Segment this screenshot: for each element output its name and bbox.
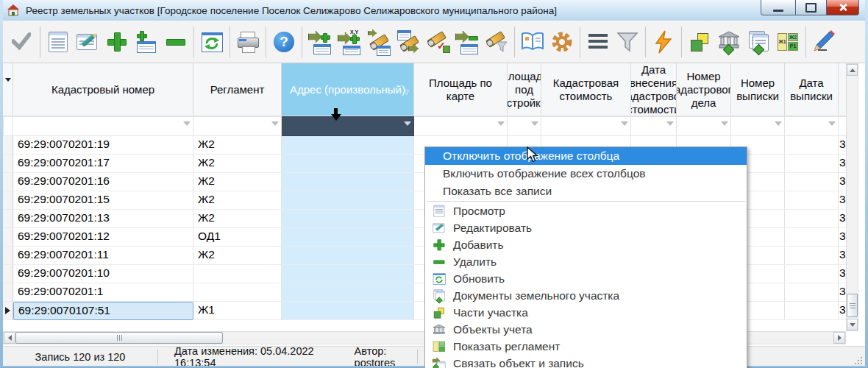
dropdown-icon[interactable] — [531, 121, 538, 126]
column-header-extract-num[interactable]: Номер выписки — [731, 63, 785, 116]
add-record-button[interactable] — [102, 25, 132, 59]
cell-reglament[interactable]: Ж2 — [193, 136, 282, 155]
menu-item-add[interactable]: Добавить — [425, 236, 747, 253]
add-object-button[interactable] — [305, 25, 335, 59]
scroll-down-button[interactable] — [847, 319, 858, 330]
resize-grip[interactable] — [853, 355, 862, 364]
cell-address[interactable] — [282, 283, 414, 302]
cell[interactable] — [785, 173, 839, 191]
column-header-kad-cost[interactable]: Кадастровая стоимость — [541, 63, 631, 116]
cell-kadastr[interactable]: 69:29:0070201:11 — [13, 247, 193, 265]
cell-reglament[interactable]: ОД1 — [193, 228, 282, 247]
cell-clipped[interactable]: 3 — [839, 265, 846, 283]
cell-reglament[interactable]: Ж2 — [193, 210, 282, 228]
cell[interactable] — [785, 210, 839, 228]
filter-kadastr[interactable] — [13, 116, 193, 136]
menu-item-view[interactable]: Просмотр — [425, 202, 747, 219]
cell[interactable] — [785, 265, 839, 283]
horizontal-scroll-thumb[interactable] — [15, 332, 223, 344]
cell-clipped[interactable]: 3 — [839, 173, 846, 191]
column-header-kadastr[interactable]: Кадастровый номер — [13, 63, 193, 116]
cell-address[interactable] — [282, 247, 414, 265]
minimize-button[interactable] — [761, 0, 796, 15]
dropdown-icon[interactable] — [497, 121, 505, 126]
cell-address[interactable] — [282, 265, 414, 283]
cell[interactable] — [785, 302, 839, 320]
account-objects-button[interactable] — [714, 25, 744, 59]
menu-item-account-objects[interactable]: Объекты учета — [425, 321, 747, 338]
cell-reglament[interactable]: Ж2 — [193, 155, 282, 173]
menu-item-show-all-columns[interactable]: Включить отображение всех столбцов — [425, 165, 747, 183]
column-header-reglament[interactable]: Регламент — [193, 63, 282, 116]
dropdown-icon[interactable] — [271, 121, 279, 126]
cell-kadastr[interactable]: 69:29:0070107:51 — [13, 302, 193, 320]
cell-address[interactable] — [282, 191, 414, 210]
column-header-address[interactable]: Адрес (произвольный) ▽ — [282, 63, 414, 116]
menu-item-parcel-parts[interactable]: Части участка — [425, 304, 747, 321]
cell-reglament[interactable]: Ж2 — [193, 247, 282, 265]
dropdown-icon[interactable] — [775, 121, 782, 126]
dropdown-icon[interactable] — [721, 121, 728, 126]
filter-kad-case[interactable] — [677, 116, 731, 136]
cell-reglament[interactable]: Ж2 — [193, 191, 282, 210]
cell-kadastr[interactable]: 69:29:0070201:10 — [13, 265, 193, 283]
cell-clipped[interactable]: 3 — [839, 210, 846, 228]
cell-address[interactable] — [282, 210, 414, 228]
settings-button[interactable] — [547, 25, 577, 59]
cell-address[interactable] — [282, 173, 414, 191]
apply-button[interactable] — [7, 25, 37, 59]
menu-item-link-object[interactable]: Связать объект и запись — [425, 355, 747, 368]
actions-button[interactable] — [649, 25, 678, 59]
close-button[interactable] — [827, 0, 859, 15]
edit-record-button[interactable] — [73, 25, 102, 59]
cell-address[interactable] — [282, 302, 414, 320]
cell-clipped[interactable]: 3 — [839, 136, 846, 155]
cell[interactable] — [785, 228, 839, 247]
scroll-right-button[interactable] — [833, 332, 845, 344]
cell-kadastr[interactable]: 69:29:0070201:12 — [13, 228, 193, 247]
cell-kadastr[interactable]: 69:29:0070201:17 — [13, 155, 193, 173]
reglament-button[interactable]: Ж1 Ж2 Р1 — [773, 25, 803, 59]
cell[interactable] — [785, 283, 839, 302]
cell-clipped[interactable]: 3 — [839, 191, 846, 210]
vertical-scroll-thumb[interactable] — [847, 294, 858, 317]
cell-clipped[interactable]: 3 — [839, 283, 846, 302]
cell-reglament[interactable] — [193, 283, 282, 302]
column-header-kad-case[interactable]: Номер кадастрового дела — [677, 63, 731, 116]
cell[interactable] — [785, 191, 839, 210]
cell-kadastr[interactable]: 69:29:0070201:13 — [13, 210, 193, 228]
dropdown-icon[interactable] — [621, 121, 628, 126]
column-header-area-map[interactable]: Площадь по карте — [414, 63, 508, 116]
cell[interactable] — [785, 155, 839, 173]
column-list-button[interactable] — [583, 25, 613, 59]
cell-kadastr[interactable]: 69:29:0070201:16 — [13, 173, 193, 191]
cell[interactable] — [785, 247, 839, 265]
cell-address[interactable] — [282, 228, 414, 247]
cell-kadastr[interactable]: 69:29:0070201:15 — [13, 191, 193, 210]
filter-reglament[interactable] — [193, 116, 282, 136]
menu-item-delete[interactable]: Удалить — [425, 253, 747, 270]
cell-reglament[interactable] — [193, 265, 282, 283]
cell-clipped[interactable]: 3 — [839, 302, 846, 320]
cell-address[interactable] — [282, 155, 414, 173]
add-object-xy-button[interactable]: X,Y — [335, 25, 364, 59]
menu-item-refresh[interactable]: Обновить — [425, 270, 747, 287]
cell-clipped[interactable]: 3 — [839, 228, 846, 247]
dropdown-icon[interactable] — [404, 121, 411, 126]
menu-item-show-reglament[interactable]: Показать регламент — [425, 338, 747, 355]
cell-reglament[interactable]: Ж1 — [193, 302, 282, 320]
menu-item-parcel-documents[interactable]: Документы земельного участка — [425, 287, 747, 304]
cell-kadastr[interactable]: 69:29:0070201:19 — [13, 136, 193, 155]
filter-area-build[interactable] — [508, 116, 541, 136]
dropdown-icon[interactable] — [183, 121, 191, 126]
filter-kad-cost[interactable] — [541, 116, 631, 136]
view-record-button[interactable] — [43, 25, 73, 59]
filter-address-selected[interactable] — [282, 116, 414, 136]
scroll-left-button[interactable] — [4, 332, 15, 344]
delete-record-button[interactable] — [161, 25, 191, 59]
add-record-form-button[interactable] — [132, 25, 161, 59]
filter-by-objects-button[interactable] — [482, 25, 511, 59]
filter-button[interactable] — [613, 25, 642, 59]
cell-clipped[interactable]: 3 — [839, 155, 846, 173]
filter-area-map[interactable] — [414, 116, 508, 136]
